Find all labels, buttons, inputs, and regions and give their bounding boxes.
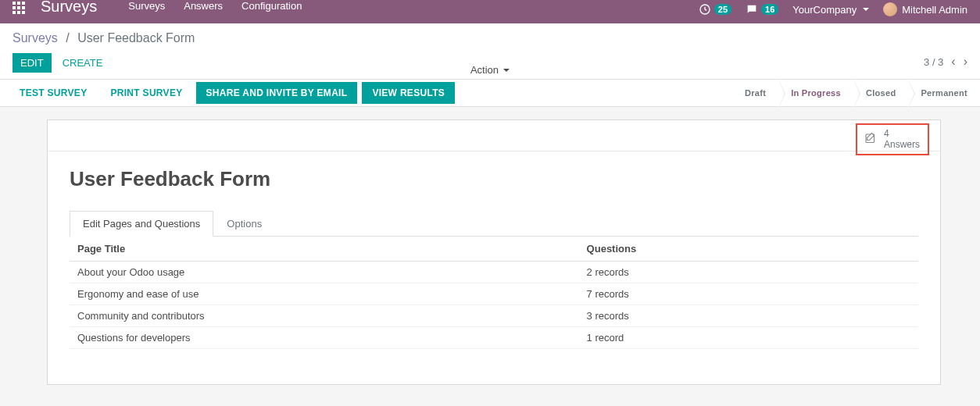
action-buttons: Test Survey Print Survey Share and Invit… [0, 80, 455, 106]
table-row[interactable]: Questions for developers 1 record [70, 327, 918, 349]
tabs: Edit Pages and Questions Options [70, 210, 918, 237]
message-count: 16 [761, 4, 778, 15]
table-row[interactable]: Community and contributors 3 records [70, 305, 918, 327]
view-results-button[interactable]: View Results [362, 82, 455, 104]
nav-right: 25 16 YourCompany Mitchell Admin [699, 2, 967, 16]
create-button[interactable]: Create [55, 53, 111, 73]
breadcrumb-root[interactable]: Surveys [13, 31, 58, 45]
nav-links: Surveys Answers Configuration [128, 0, 302, 12]
cell-questions: 1 record [579, 327, 918, 349]
avatar [883, 2, 897, 16]
test-survey-button[interactable]: Test Survey [9, 82, 97, 104]
activity-badge[interactable]: 25 [699, 3, 731, 16]
status-closed[interactable]: Closed [853, 80, 908, 106]
cell-page-title: Community and contributors [70, 305, 579, 327]
bar-row: Test Survey Print Survey Share and Invit… [0, 79, 980, 107]
col-questions: Questions [579, 237, 918, 262]
breadcrumb-current: User Feedback Form [77, 31, 195, 45]
answers-button[interactable]: 4 Answers [856, 123, 929, 155]
company-name: YourCompany [792, 4, 857, 16]
breadcrumb-sep: / [66, 31, 69, 45]
cell-questions: 7 records [579, 283, 918, 305]
company-dropdown[interactable]: YourCompany [792, 4, 869, 16]
pager-prev[interactable]: ‹ [951, 55, 955, 69]
col-page-title: Page Title [70, 237, 579, 262]
clock-icon [699, 3, 711, 16]
user-menu[interactable]: Mitchell Admin [883, 2, 967, 16]
cell-questions: 3 records [579, 305, 918, 327]
pager-next[interactable]: › [964, 55, 967, 69]
form-sheet: 4 Answers User Feedback Form Edit Pages … [47, 119, 941, 385]
pages-table: Page Title Questions About your Odoo usa… [70, 237, 918, 349]
cell-page-title: Ergonomy and ease of use [70, 283, 579, 305]
nav-surveys[interactable]: Surveys [128, 0, 165, 12]
chat-icon [746, 3, 758, 16]
messages-badge[interactable]: 16 [746, 3, 778, 16]
edit-icon [864, 132, 878, 146]
answers-label: Answers [884, 139, 920, 150]
chevron-down-icon [503, 69, 510, 72]
nav-configuration[interactable]: Configuration [241, 0, 302, 12]
status-bar: Draft In Progress Closed Permanent [732, 80, 980, 106]
tab-edit-pages[interactable]: Edit Pages and Questions [70, 211, 213, 237]
cell-questions: 2 records [579, 262, 918, 283]
table-row[interactable]: Ergonomy and ease of use 7 records [70, 283, 918, 305]
tab-options[interactable]: Options [213, 211, 275, 237]
pager-text: 3 / 3 [924, 56, 943, 68]
breadcrumb: Surveys / User Feedback Form [13, 31, 195, 45]
chevron-down-icon [863, 8, 869, 11]
status-permanent[interactable]: Permanent [908, 80, 980, 106]
activity-count: 25 [714, 4, 731, 15]
user-name: Mitchell Admin [902, 4, 967, 16]
action-label: Action [470, 64, 499, 76]
apps-icon[interactable] [13, 2, 25, 14]
nav-answers[interactable]: Answers [184, 0, 223, 12]
top-nav: Surveys Surveys Answers Configuration 25… [0, 0, 980, 23]
share-invite-button[interactable]: Share and Invite by Email [196, 82, 358, 104]
cell-page-title: About your Odoo usage [70, 262, 579, 283]
status-in-progress[interactable]: In Progress [778, 80, 853, 106]
app-title: Surveys [41, 0, 97, 16]
action-dropdown[interactable]: Action [470, 64, 510, 76]
status-draft[interactable]: Draft [732, 80, 778, 106]
pager: 3 / 3 ‹ › [924, 55, 967, 69]
print-survey-button[interactable]: Print Survey [100, 82, 192, 104]
cell-page-title: Questions for developers [70, 327, 579, 349]
answers-count: 4 [884, 128, 920, 139]
page-title: User Feedback Form [70, 167, 918, 191]
edit-button[interactable]: Edit [13, 53, 52, 73]
table-row[interactable]: About your Odoo usage 2 records [70, 262, 918, 283]
